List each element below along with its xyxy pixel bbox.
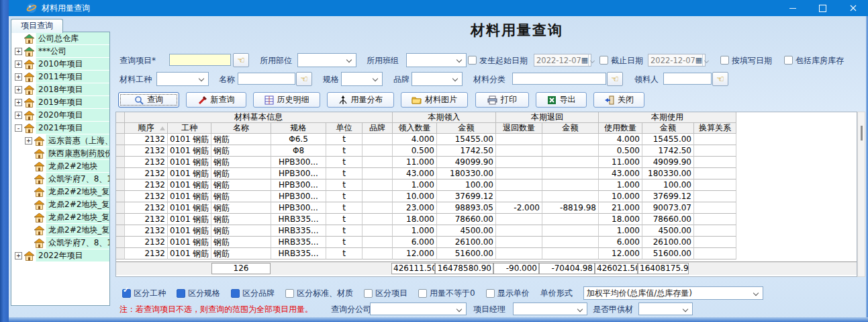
tree-item[interactable]: 龙鼎2#2地块_复制 [11, 198, 109, 211]
tree-item[interactable]: + 2010年项目 [11, 58, 109, 71]
tree-item[interactable]: 龙鼎2#2地块_复制 [11, 224, 109, 237]
used-team-select[interactable] [406, 53, 467, 67]
category-picker-button[interactable]: ☜ [607, 72, 623, 86]
filter-checkbox[interactable] [364, 289, 373, 298]
tree-item[interactable]: 龙鼎2#2地块_复制 [11, 211, 109, 224]
tree-expander[interactable]: + [25, 137, 32, 145]
column-unit[interactable]: 单位 [326, 123, 363, 134]
column-returned-qty[interactable]: 退回数量 [496, 123, 542, 134]
new-query-button[interactable]: 新查询 [186, 92, 246, 108]
tree-item[interactable]: + 2018年项目 [11, 83, 109, 96]
tree-expander[interactable]: + [15, 112, 22, 119]
tree-item[interactable]: 公司总仓库 [11, 32, 109, 45]
table-row[interactable]: 2132 0101 钢筋 钢筋 HRB335... t 12.000 51600… [116, 248, 857, 259]
spec-select[interactable] [341, 72, 383, 86]
material-images-button[interactable]: 材料图片 [401, 92, 468, 108]
tab-project-query[interactable]: 项目查询 [11, 19, 63, 33]
column-used-qty[interactable]: 使用数量 [599, 123, 642, 134]
tree-item[interactable]: + 远东普惠（上海、 [11, 134, 109, 147]
minimize-button[interactable] [777, 0, 808, 16]
material-trade-select[interactable] [156, 72, 209, 86]
column-spec[interactable]: 规格 [271, 123, 326, 134]
table-row[interactable]: 2132 0101 钢筋 钢筋 HRB335... t 18.000 78660… [116, 214, 857, 225]
column-conversion[interactable]: 换算关系 [694, 123, 736, 134]
name-input[interactable] [238, 73, 295, 85]
tree-item[interactable]: 龙鼎2#2地块 [11, 160, 109, 173]
tree-expander[interactable]: + [15, 48, 22, 55]
tree-expander[interactable]: + [15, 99, 22, 106]
tree-item[interactable]: + 2011年项目 [11, 71, 109, 83]
query-project-input[interactable] [169, 54, 231, 66]
filter-checkbox[interactable] [177, 289, 185, 298]
project-manager-select[interactable] [513, 303, 587, 315]
print-button[interactable]: 打印 [475, 92, 529, 108]
used-part-select[interactable] [297, 53, 356, 67]
maximize-button[interactable] [808, 0, 838, 16]
usage-distribution-button[interactable]: 用量分布 [327, 92, 394, 108]
column-brand[interactable]: 品牌 [363, 123, 393, 134]
filter-option[interactable]: 区分品牌 [231, 288, 275, 299]
table-row[interactable]: 2132 0101 钢筋 钢筋 HRB335... t 6.000 26100.… [116, 237, 857, 248]
column-returned-amount[interactable]: 金额 [542, 123, 599, 134]
material-category-input[interactable] [512, 73, 606, 85]
end-date-checkbox[interactable] [599, 56, 608, 65]
history-detail-button[interactable]: 历史明细 [253, 92, 320, 108]
column-trade[interactable]: 工种 [168, 123, 211, 134]
scrollbar-thumb[interactable] [861, 126, 863, 140]
tree-expander[interactable]: + [15, 73, 22, 81]
tree-expander[interactable]: + [15, 61, 22, 68]
picker-person-input[interactable] [663, 73, 712, 85]
tree-expander[interactable]: + [15, 252, 22, 259]
table-row[interactable]: 2132 0101 钢筋 钢筋 HRB335... t 1.000 4500.0… [116, 225, 857, 237]
price-form-select[interactable]: 加权平均价(总库值/总库存量) [583, 286, 763, 300]
table-row[interactable]: 2132 0101 钢筋 钢筋 Φ8 t 0.500 1742.50 0.500… [116, 145, 857, 157]
filter-checkbox[interactable] [285, 289, 294, 298]
tree-item[interactable]: 众凯学府7、8、10 [11, 237, 109, 249]
export-button[interactable]: 导出 [536, 92, 587, 108]
branch-select[interactable] [370, 303, 467, 315]
tree-item[interactable]: + ***公司 [11, 45, 109, 58]
tree-item[interactable]: 龙鼎2#2地块_复制 [11, 186, 109, 198]
column-received-amount[interactable]: 金额 [437, 123, 496, 134]
date-dropdown-icon[interactable] [702, 54, 705, 66]
vertical-scrollbar[interactable] [857, 112, 865, 277]
filter-option[interactable]: 区分项目 [364, 288, 407, 299]
filter-checkbox[interactable] [231, 289, 240, 298]
include-warehouse-checkbox[interactable] [784, 56, 793, 65]
table-row[interactable]: 2132 0101 钢筋 钢筋 Φ6.5 t 4.000 15455.00 4.… [116, 134, 857, 145]
table-row[interactable]: 2132 0101 钢筋 钢筋 HPB300... t 10.000 37699… [116, 191, 857, 202]
filter-option[interactable]: 用量不等于0 [418, 288, 475, 299]
end-date-field[interactable]: 2022-12-07 ▦ [648, 54, 706, 67]
owner-supplied-select[interactable] [638, 303, 693, 315]
tree-item[interactable]: + 2020年项目 [11, 109, 109, 122]
tree-expander[interactable]: - [15, 124, 22, 132]
tree-item[interactable]: 陕西康惠制药股份 [11, 147, 109, 160]
tree-item[interactable]: 众凯学府7、8、10 [11, 173, 109, 186]
column-order[interactable]: 顺序 [125, 123, 168, 134]
start-date-checkbox[interactable] [468, 56, 477, 65]
table-row[interactable]: 2132 0101 钢筋 钢筋 HPB300... t 11.000 49099… [116, 157, 857, 168]
name-picker-button[interactable]: ☜ [296, 72, 312, 86]
filter-option[interactable]: 区分规格 [177, 288, 220, 299]
column-used-amount[interactable]: 金额 [642, 123, 694, 134]
date-dropdown-icon[interactable] [588, 54, 591, 66]
tree-expander[interactable]: + [15, 86, 22, 93]
column-received-qty[interactable]: 领入数量 [393, 123, 437, 134]
tree-item[interactable]: - 2021年项目 [11, 122, 109, 134]
table-row[interactable]: 2132 0101 钢筋 钢筋 HPB300... t 43.000 18033… [116, 168, 857, 179]
project-picker-button[interactable]: ☜ [233, 53, 249, 67]
picker-person-picker-button[interactable]: ☜ [712, 72, 728, 86]
filter-checkbox[interactable] [418, 289, 427, 298]
query-button[interactable]: 查询 [118, 92, 179, 108]
brand-select[interactable] [412, 72, 463, 86]
filter-option[interactable]: 区分标准、材质 [285, 288, 353, 299]
by-fill-date-checkbox[interactable] [720, 56, 729, 65]
table-row[interactable]: 2132 0101 钢筋 钢筋 HPB300... t 23.000 98893… [116, 202, 857, 214]
start-date-field[interactable]: 2022-12-07 ▦ [534, 54, 591, 67]
close-button[interactable] [838, 0, 868, 16]
table-row[interactable]: 2132 0101 钢筋 钢筋 HPB300... t 1.000 100.00… [116, 179, 857, 191]
filter-checkbox[interactable] [486, 289, 495, 298]
column-name[interactable]: 名称 [211, 123, 271, 134]
tree-item[interactable]: + 2019年项目 [11, 96, 109, 109]
filter-option[interactable]: 显示单价 [486, 288, 530, 299]
